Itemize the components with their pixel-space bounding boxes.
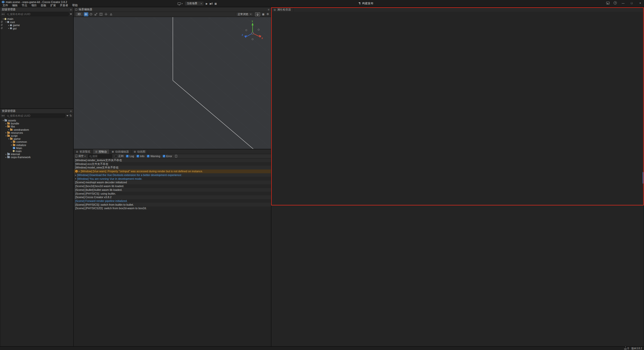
chevron-right-icon[interactable]: ▸ (5, 156, 7, 158)
hierarchy-search-input[interactable] (10, 13, 67, 16)
filter-icon[interactable] (70, 14, 72, 15)
log-row[interactable]: ▸[Window] You are running Vue in develop… (74, 177, 271, 181)
menu-item[interactable]: 编辑 (10, 4, 20, 7)
build-button[interactable]: 构建发布 (358, 2, 373, 5)
panel-menu-icon[interactable]: ≡ (268, 8, 269, 11)
chevron-down-icon[interactable]: ▾ (8, 138, 10, 140)
log-row[interactable]: [Scene] Forward render pipeline initiali… (74, 199, 271, 203)
chevron-right-icon[interactable]: ▸ (75, 174, 76, 176)
move-tool[interactable] (84, 12, 88, 16)
tab-inspector[interactable]: ◎属性检查器 (271, 7, 294, 12)
close-button[interactable]: × (638, 2, 642, 5)
asset-Main[interactable]: Main (0, 147, 73, 150)
preview-device-button[interactable]: ▾ (178, 3, 183, 5)
minimize-button[interactable]: — (621, 2, 625, 5)
asset-assets[interactable]: ▾assets (0, 119, 73, 122)
menu-item[interactable]: 项目 (29, 4, 39, 7)
rotate-tool[interactable] (89, 12, 93, 16)
add-asset-button[interactable]: +▾ (2, 114, 4, 117)
log-row[interactable]: [Scene] [bullet]:bullet wasm lib loaded. (74, 188, 271, 192)
chevron-down-icon[interactable]: ▾ (5, 135, 7, 137)
chevron-down-icon[interactable]: ▾ (2, 119, 5, 122)
menu-item[interactable]: 帮助 (70, 4, 80, 7)
menu-item[interactable]: 面板 (39, 4, 48, 7)
asset-common[interactable]: ▸common (0, 140, 73, 143)
node-main[interactable]: ▾main (0, 17, 73, 21)
log-row[interactable]: [Scene] Cocos Creator v3.8.2 (74, 195, 271, 199)
chevron-right-icon[interactable]: ▸ (5, 122, 7, 125)
log-row[interactable]: [Window] model_view文件夹不存在 (74, 166, 271, 169)
panel-menu-icon[interactable]: ≡ (70, 8, 72, 11)
scale-tool[interactable] (94, 12, 98, 16)
asset-initialize[interactable]: ▸initialize (0, 144, 73, 147)
assets-search-box[interactable] (6, 114, 65, 117)
filter-icon[interactable] (66, 115, 68, 116)
light-toggle-button[interactable] (255, 12, 260, 16)
asset-script[interactable]: ▾script (0, 134, 73, 137)
scrollbar-thumb[interactable] (643, 172, 643, 184)
node-game[interactable]: ▸game (0, 24, 73, 27)
refresh-icon[interactable]: ↻ (70, 114, 72, 117)
filter-log[interactable]: Log (126, 155, 134, 158)
menu-item[interactable]: 节点 (20, 4, 29, 7)
chevron-right-icon[interactable]: ▸ (8, 27, 10, 29)
view-mode-select[interactable]: 正常浏览 ▾ (236, 12, 253, 16)
filter-error[interactable]: Error (163, 155, 172, 158)
console-tab-1[interactable]: ▤资源预览 (74, 149, 93, 154)
filter-warning[interactable]: Warning (147, 155, 160, 158)
asset-internal[interactable]: ▸internal (0, 153, 73, 156)
export-log-icon[interactable] (175, 155, 177, 157)
asset-resources[interactable]: ▸resources (0, 131, 73, 134)
add-node-button[interactable]: +▾ (2, 13, 4, 16)
log-row[interactable]: [Scene] meshopt wasm decoder initialized (74, 181, 271, 184)
panel-menu-icon[interactable]: ≡ (70, 110, 72, 113)
menu-item[interactable]: 扩展 (48, 4, 58, 7)
maximize-button[interactable]: □ (629, 2, 634, 5)
console-search-box[interactable] (88, 154, 112, 158)
asset-main[interactable]: main (0, 150, 73, 153)
toggle-3d-button[interactable]: 3D (76, 13, 83, 16)
chevron-right-icon[interactable]: ▸ (75, 178, 76, 180)
screenshot-icon[interactable] (606, 2, 610, 4)
chevron-right-icon[interactable]: ▸ (5, 153, 7, 155)
step-button[interactable]: ▶ (210, 2, 213, 5)
log-row[interactable]: [Window] ecs文件夹不存在 (74, 162, 271, 166)
scene-viewport[interactable]: Y X Z (74, 17, 271, 149)
chevron-right-icon[interactable]: ▸ (79, 170, 80, 172)
node-gui[interactable]: ▸gui (0, 27, 73, 30)
help-icon[interactable]: ? (614, 1, 617, 5)
chevron-right-icon[interactable]: ▸ (10, 141, 13, 143)
asset-game[interactable]: ▾game (0, 137, 73, 140)
clear-console-button[interactable]: 清空 ▾ (75, 154, 86, 158)
menu-item[interactable]: 开发者 (58, 4, 70, 7)
console-search-input[interactable] (92, 155, 111, 158)
chevron-down-icon[interactable]: ▾ (5, 21, 7, 23)
play-button[interactable]: ▶ (206, 2, 208, 5)
log-row[interactable]: [Scene] [PHYSICS2D]: switch from box2d-w… (74, 206, 271, 210)
asset-oops-framework[interactable]: ▸oops-framework (0, 156, 73, 159)
assets-search-input[interactable] (10, 114, 63, 117)
chevron-down-icon[interactable]: ▾ (5, 125, 7, 128)
chevron-right-icon[interactable]: ▸ (8, 24, 10, 26)
asset-libs[interactable]: ▾libs (0, 125, 73, 128)
filter-info[interactable]: Info (137, 155, 145, 158)
regex-checkbox[interactable]: 正则 (115, 154, 124, 158)
gear-icon[interactable]: ⚙ (266, 13, 269, 16)
log-row[interactable]: !▸[Window] [Vue warn]: Property "onInput… (74, 169, 271, 173)
scene-grid-button[interactable]: ▦ (262, 13, 264, 16)
rect-tool[interactable] (99, 12, 103, 16)
console-tab-4[interactable]: ▧动画图 (132, 149, 148, 154)
scene-select[interactable]: 当前场景 ▾ (185, 1, 204, 6)
log-row[interactable]: [Scene] [box2d]:box2d wasm lib loaded. (74, 184, 271, 188)
chevron-right-icon[interactable]: ▸ (8, 128, 10, 131)
hierarchy-search-box[interactable] (6, 12, 69, 16)
asset-bundle[interactable]: ▸bundle (0, 122, 73, 125)
console-tab-3[interactable]: ▦动画编辑器 (109, 149, 132, 154)
space-tool[interactable] (109, 12, 113, 16)
log-row[interactable]: [Window] render_texture文件夹不存在 (74, 158, 271, 162)
log-row[interactable]: ▸[Window] Download the Vue Devtools exte… (74, 173, 271, 177)
orientation-gizmo[interactable]: Y X Z (241, 20, 264, 43)
asset-seedrandom[interactable]: ▸seedrandom (0, 128, 73, 131)
console-tab-2[interactable]: ▥控制台 (93, 149, 110, 154)
chevron-right-icon[interactable]: ▸ (10, 144, 13, 146)
